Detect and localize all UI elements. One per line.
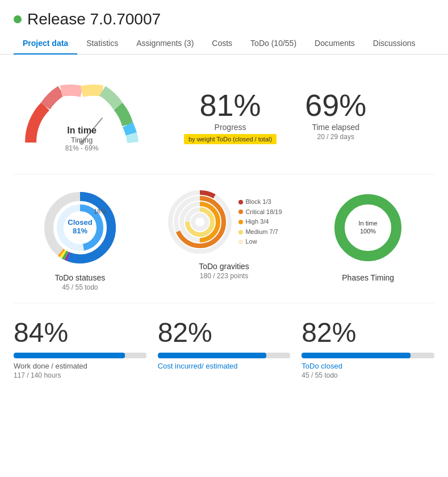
gravities-wrapper: Block 1/3Critical 18/19High 3/4Medium 7/… — [166, 188, 282, 256]
todo-statuses-title: ToDo statuses — [55, 273, 105, 282]
svg-text:100%: 100% — [360, 228, 376, 235]
section-progress: 84% Work done / estimated 117 / 140 hour… — [14, 303, 434, 385]
stat-progress: 81% Progress by weight ToDo (closed / to… — [184, 90, 277, 144]
time-elapsed-sublabel: 20 / 29 days — [305, 133, 366, 141]
svg-text:In time: In time — [359, 220, 378, 227]
legend-row: Block 1/3 — [238, 197, 282, 207]
todo-statuses-chart: Closed 81% 18% ToDo statuses 45 / 55 tod… — [14, 188, 146, 291]
page-content: In time Timing 81% - 69% 81% Progress by… — [0, 55, 448, 396]
todo-closed-label[interactable]: ToDo closed — [302, 362, 434, 370]
todo-closed-sublabel: 45 / 55 todo — [302, 371, 434, 379]
phases-timing-title: Phases Timing — [342, 273, 394, 282]
svg-point-20 — [193, 215, 207, 229]
todo-statuses-svg: Closed 81% 18% — [40, 188, 120, 267]
progress-percent: 81% — [184, 90, 277, 120]
progress-label: Progress — [184, 123, 277, 132]
legend-row: Low — [238, 237, 282, 247]
gauge-label: In time Timing 81% - 69% — [65, 125, 99, 152]
todo-gravities-title: ToDo gravities — [199, 262, 249, 271]
nav-item-discussions[interactable]: Discussions — [364, 33, 425, 55]
legend-dot — [238, 220, 243, 224]
section-charts: Closed 81% 18% ToDo statuses 45 / 55 tod… — [14, 174, 434, 303]
phases-timing-svg: In time 100% — [328, 188, 408, 267]
release-status-dot — [14, 15, 22, 23]
release-title: Release 7.0.70007 — [27, 10, 161, 28]
legend-label: Low — [245, 237, 257, 247]
todo-gravities-svg — [166, 188, 234, 256]
todo-closed-percent: 82% — [302, 317, 434, 348]
legend-dot — [238, 210, 243, 214]
progress-badge: by weight ToDo (closed / total) — [184, 134, 277, 144]
legend-label: Medium 7/7 — [245, 227, 278, 237]
legend-row: Critical 18/19 — [238, 207, 282, 217]
svg-text:Closed: Closed — [68, 218, 92, 227]
legend-label: High 3/4 — [245, 217, 269, 227]
gauge-range: 81% - 69% — [65, 144, 99, 152]
cost-incurred-label[interactable]: Cost incurred/ estimated — [158, 362, 291, 370]
gravities-legend: Block 1/3Critical 18/19High 3/4Medium 7/… — [238, 197, 282, 247]
work-done-sublabel: 117 / 140 hours — [14, 371, 146, 379]
legend-dot — [238, 200, 243, 204]
work-done-bar-container — [14, 353, 146, 358]
nav-item-assignments[interactable]: Assignments (3) — [127, 33, 203, 55]
work-done-block: 84% Work done / estimated 117 / 140 hour… — [14, 317, 146, 379]
time-elapsed-percent: 69% — [305, 90, 366, 120]
legend-dot — [238, 240, 243, 244]
svg-text:18%: 18% — [94, 208, 106, 215]
cost-incurred-bar-container — [158, 353, 291, 358]
todo-statuses-subtitle: 45 / 55 todo — [62, 283, 98, 291]
legend-label: Block 1/3 — [245, 197, 271, 207]
todo-gravities-chart: Block 1/3Critical 18/19High 3/4Medium 7/… — [158, 188, 291, 291]
legend-row: High 3/4 — [238, 217, 282, 227]
nav-item-todo[interactable]: ToDo (10/55) — [241, 33, 305, 55]
svg-text:81%: 81% — [73, 227, 87, 235]
stat-time-elapsed: 69% Time elapsed 20 / 29 days — [305, 90, 366, 141]
time-elapsed-label: Time elapsed — [305, 123, 366, 132]
cost-incurred-bar-fill — [158, 353, 267, 358]
cost-incurred-block: 82% Cost incurred/ estimated — [158, 317, 291, 379]
nav-tabs: Project dataStatisticsAssignments (3)Cos… — [0, 33, 448, 55]
nav-item-documents[interactable]: Documents — [305, 33, 364, 55]
svg-point-12 — [170, 193, 229, 252]
legend-dot — [238, 230, 243, 235]
stats-area: 81% Progress by weight ToDo (closed / to… — [184, 90, 366, 144]
work-done-bar-fill — [14, 353, 125, 358]
cost-incurred-percent: 82% — [158, 317, 291, 348]
todo-closed-bar-fill — [302, 353, 411, 358]
page-header: Release 7.0.70007 — [0, 0, 448, 28]
timing-gauge: In time Timing 81% - 69% — [14, 77, 150, 157]
nav-item-project-data[interactable]: Project data — [14, 33, 77, 55]
work-done-percent: 84% — [14, 317, 146, 348]
phases-timing-chart: In time 100% Phases Timing — [302, 188, 434, 291]
work-done-label: Work done / estimated — [14, 362, 146, 370]
todo-closed-block: 82% ToDo closed 45 / 55 todo — [302, 317, 434, 379]
legend-row: Medium 7/7 — [238, 227, 282, 237]
todo-closed-bar-container — [302, 353, 434, 358]
section-overview: In time Timing 81% - 69% 81% Progress by… — [14, 66, 434, 174]
gauge-status: In time — [65, 125, 99, 136]
legend-label: Critical 18/19 — [245, 207, 282, 217]
nav-item-costs[interactable]: Costs — [203, 33, 241, 55]
gauge-type: Timing — [65, 136, 99, 144]
todo-gravities-subtitle: 180 / 223 points — [200, 272, 248, 280]
nav-item-statistics[interactable]: Statistics — [77, 33, 127, 55]
